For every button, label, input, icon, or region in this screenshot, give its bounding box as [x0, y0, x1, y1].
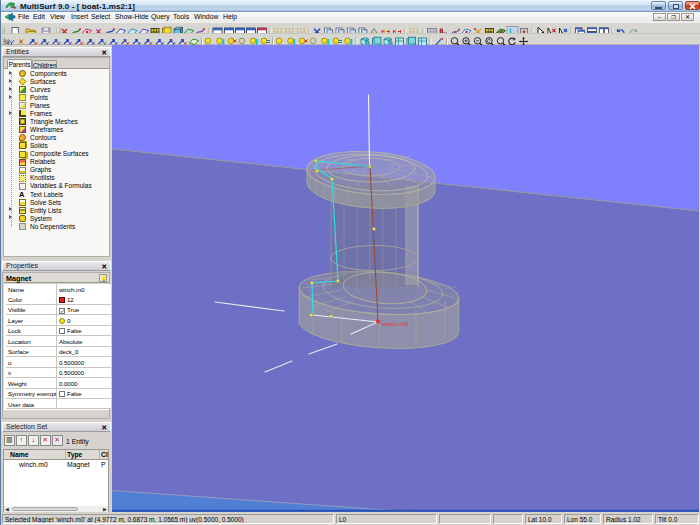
svg-text:¼: ¼	[4, 38, 10, 45]
svg-text:winch.m0: winch.m0	[381, 320, 409, 327]
